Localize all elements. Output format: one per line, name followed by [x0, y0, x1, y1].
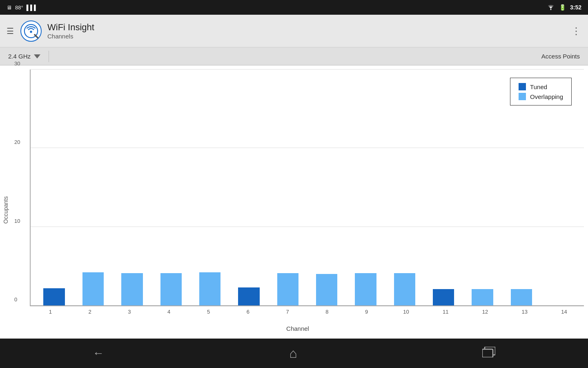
- x-tick-label: 4: [149, 309, 189, 315]
- bar-overlapping: [160, 273, 182, 305]
- access-points-filter-tab[interactable]: Access Points: [533, 47, 588, 65]
- bar-overlapping: [277, 273, 298, 305]
- bar-overlapping: [199, 272, 220, 305]
- back-button[interactable]: ←: [76, 343, 120, 364]
- clock: 3:52: [570, 4, 581, 11]
- filter-divider: [49, 51, 49, 62]
- app-subtitle: Channels: [47, 33, 571, 40]
- access-points-label: Access Points: [541, 53, 580, 60]
- app-title: WiFi Insight: [47, 22, 571, 33]
- x-tick-label: 1: [31, 309, 70, 315]
- signal-bars-icon: ▌▌▌: [27, 4, 38, 11]
- x-axis: 1234567891011121314: [31, 306, 584, 324]
- channel-group: [190, 70, 229, 305]
- svg-point-0: [550, 9, 551, 10]
- status-bar: 🖥 88° ▌▌▌ 🔋 3:52: [0, 0, 588, 15]
- channel-group: [113, 70, 151, 305]
- app-title-group: WiFi Insight Channels: [47, 22, 571, 40]
- y-tick-label: 30: [14, 61, 20, 67]
- svg-point-2: [30, 31, 32, 33]
- y-tick-label: 20: [14, 139, 20, 145]
- chart-wrap: Occupants Tuned Overlapping 0102030 1: [0, 70, 584, 334]
- x-tick-label: 8: [307, 309, 347, 315]
- status-left: 🖥 88° ▌▌▌: [7, 4, 38, 11]
- bar-tuned: [43, 288, 65, 305]
- channel-group: [346, 70, 385, 305]
- x-tick-label: 11: [426, 309, 466, 315]
- frequency-filter-tab[interactable]: 2.4 GHz: [0, 47, 49, 65]
- x-tick-label: 14: [544, 309, 584, 315]
- bottom-nav: ← ⌂: [0, 339, 588, 368]
- wifi-status-icon: [547, 4, 555, 11]
- app-icon: [20, 20, 42, 42]
- channel-group: [541, 70, 580, 305]
- bar-overlapping: [511, 289, 532, 305]
- bars-area: [31, 70, 584, 305]
- x-tick-label: 2: [70, 309, 110, 315]
- chart-inner: Tuned Overlapping 0102030 12345678910111…: [11, 70, 584, 334]
- x-tick-label: 7: [268, 309, 307, 315]
- bar-overlapping: [355, 273, 376, 305]
- channel-group: [307, 70, 346, 305]
- battery-icon: 🔋: [559, 4, 566, 11]
- bar-overlapping: [472, 289, 493, 305]
- bar-tuned: [433, 289, 454, 305]
- channel-group: [151, 70, 190, 305]
- bar-overlapping: [394, 273, 415, 305]
- channel-group: [463, 70, 502, 305]
- x-tick-label: 5: [189, 309, 228, 315]
- bar-overlapping: [316, 274, 337, 305]
- x-tick-label: 9: [347, 309, 386, 315]
- channel-group: [502, 70, 541, 305]
- bar-tuned: [238, 287, 259, 305]
- screen-icon: 🖥: [7, 4, 12, 11]
- home-button[interactable]: ⌂: [273, 342, 313, 365]
- svg-rect-5: [482, 349, 493, 357]
- x-axis-title: Channel: [11, 324, 584, 334]
- channel-group: [229, 70, 268, 305]
- filter-bar: 2.4 GHz Access Points: [0, 47, 588, 65]
- channel-group: [268, 70, 307, 305]
- y-tick-label: 0: [14, 296, 17, 303]
- overflow-menu-button[interactable]: ⋮: [571, 25, 581, 37]
- x-tick-label: 10: [386, 309, 426, 315]
- y-tick-label: 10: [14, 218, 20, 224]
- app-bar: ☰ WiFi Insight Channels ⋮: [0, 15, 588, 47]
- channel-group: [385, 70, 424, 305]
- x-tick-label: 6: [228, 309, 268, 315]
- svg-line-3: [35, 35, 38, 38]
- channel-group: [424, 70, 463, 305]
- y-axis-label: Occupants: [0, 70, 11, 334]
- x-tick-label: 12: [466, 309, 505, 315]
- channel-group: [35, 70, 74, 305]
- frequency-label: 2.4 GHz: [8, 53, 31, 60]
- status-right: 🔋 3:52: [547, 4, 581, 11]
- chart-plot-area: Tuned Overlapping 0102030: [30, 70, 584, 306]
- recent-apps-button[interactable]: [466, 343, 512, 364]
- temperature: 88°: [15, 4, 23, 11]
- hamburger-menu[interactable]: ☰: [7, 26, 14, 36]
- chart-container: Occupants Tuned Overlapping 0102030 1: [0, 65, 588, 339]
- frequency-dropdown-arrow: [34, 54, 40, 58]
- x-tick-label: 3: [110, 309, 149, 315]
- bar-overlapping: [121, 273, 143, 305]
- x-tick-label: 13: [505, 309, 544, 315]
- channel-group: [74, 70, 112, 305]
- bar-overlapping: [82, 272, 104, 305]
